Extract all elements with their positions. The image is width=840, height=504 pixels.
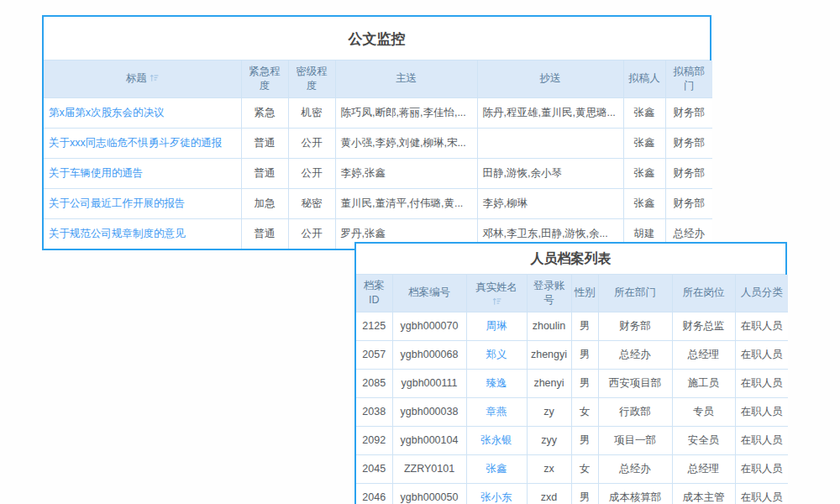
doc-col-header-draft-dept: 拟稿部门 [665, 60, 712, 97]
per-post-cell: 财务总监 [672, 312, 735, 340]
personnel-archive-panel: 人员档案列表 档案ID 档案编号 真实姓名 登录账号 性别 所在部门 所在岗位 … [354, 242, 787, 504]
table-row: 2046 ygbh000050 张小东 zxd 男 成本核算部 成本主管 在职人… [356, 483, 788, 504]
per-gender-cell: 男 [571, 340, 598, 369]
per-real-name-link[interactable]: 章燕 [486, 406, 507, 417]
table-row: 关于xxx同志临危不惧勇斗歹徒的通报 普通 公开 黄小强,李婷,刘健,柳琳,宋.… [44, 128, 712, 158]
per-col-header-category: 人员分类 [735, 275, 788, 312]
personnel-header-row: 档案ID 档案编号 真实姓名 登录账号 性别 所在部门 所在岗位 人员分类 [356, 275, 788, 312]
per-real-name-link[interactable]: 张小东 [480, 491, 512, 503]
per-col-real-name-label: 真实姓名 [475, 281, 517, 293]
doc-col-header-title[interactable]: 标题 [44, 60, 241, 97]
per-archive-no-cell: ygbh000038 [392, 397, 466, 426]
per-post-cell: 总经理 [672, 454, 735, 483]
per-dept-cell: 项目一部 [598, 426, 672, 454]
doc-dept-cell: 财务部 [665, 128, 712, 158]
sort-icon[interactable] [150, 73, 159, 82]
doc-title-link[interactable]: 关于xxx同志临危不惧勇斗歹徒的通报 [49, 137, 222, 149]
doc-drafter-cell: 张鑫 [623, 128, 665, 158]
per-dept-cell: 成本核算部 [598, 483, 672, 504]
table-row: 2045 ZZRY0101 张鑫 zx 女 总经办 总经理 在职人员 [356, 454, 788, 483]
per-category-cell: 在职人员 [735, 454, 788, 483]
per-archive-id-cell: 2057 [356, 340, 392, 369]
per-post-cell: 总经理 [672, 340, 735, 369]
per-col-header-dept: 所在部门 [598, 275, 672, 312]
per-dept-cell: 行政部 [598, 397, 672, 426]
doc-cc-cell: 田静,游恢,余小琴 [477, 158, 623, 188]
doc-dept-cell: 财务部 [665, 188, 712, 218]
per-archive-no-cell: ZZRY0101 [392, 454, 466, 483]
per-category-cell: 在职人员 [735, 483, 788, 504]
doc-cc-cell [477, 128, 623, 158]
per-category-cell: 在职人员 [735, 426, 788, 454]
per-login-cell: zyy [527, 426, 571, 454]
doc-urgency-cell: 紧急 [241, 97, 288, 128]
per-col-header-login: 登录账号 [527, 275, 571, 312]
doc-main-to-cell: 陈巧凤,断郎,蒋丽,李佳怡,... [335, 97, 477, 128]
per-archive-id-cell: 2125 [356, 312, 392, 340]
per-archive-id-cell: 2046 [356, 483, 392, 504]
per-col-header-archive-no: 档案编号 [392, 275, 466, 312]
document-monitor-table: 标题 紧急程度 密级程度 主送 抄送 拟稿人 拟稿部门 第x届第x次股东会的决议… [44, 60, 712, 249]
per-real-name-link[interactable]: 周琳 [486, 320, 507, 332]
table-row: 2057 ygbh000068 郑义 zhengyi 男 总经办 总经理 在职人… [356, 340, 788, 369]
doc-dept-cell: 财务部 [665, 97, 712, 128]
per-archive-no-cell: ygbh000104 [392, 426, 466, 454]
doc-col-header-drafter: 拟稿人 [623, 60, 665, 97]
doc-main-to-cell: 董川民,董清平,付伟璐,黄... [335, 188, 477, 218]
doc-cc-cell: 李婷,柳琳 [477, 188, 623, 218]
doc-title-link[interactable]: 关于车辆使用的通告 [49, 167, 144, 179]
per-gender-cell: 女 [571, 397, 598, 426]
personnel-archive-title: 人员档案列表 [356, 244, 785, 275]
doc-drafter-cell: 张鑫 [623, 97, 665, 128]
per-category-cell: 在职人员 [735, 369, 788, 397]
doc-dept-cell: 财务部 [665, 158, 712, 188]
table-row: 2092 ygbh000104 张永银 zyy 男 项目一部 安全员 在职人员 [356, 426, 788, 454]
doc-main-to-cell: 黄小强,李婷,刘健,柳琳,宋... [335, 128, 477, 158]
per-col-header-real-name[interactable]: 真实姓名 [466, 275, 527, 312]
doc-col-header-secrecy: 密级程度 [288, 60, 335, 97]
sort-icon[interactable] [470, 297, 524, 306]
doc-urgency-cell: 普通 [241, 218, 288, 249]
per-post-cell: 安全员 [672, 426, 735, 454]
per-dept-cell: 总经办 [598, 340, 672, 369]
per-archive-no-cell: ygbh000070 [392, 312, 466, 340]
doc-main-to-cell: 李婷,张鑫 [335, 158, 477, 188]
per-category-cell: 在职人员 [735, 397, 788, 426]
doc-secrecy-cell: 机密 [288, 97, 335, 128]
doc-title-link[interactable]: 关于规范公司规章制度的意见 [49, 228, 186, 239]
doc-secrecy-cell: 公开 [288, 158, 335, 188]
doc-secrecy-cell: 秘密 [288, 188, 335, 218]
per-login-cell: zhengyi [527, 340, 571, 369]
document-monitor-panel: 公文监控 标题 紧急程度 密级程度 主送 抄送 拟稿人 拟稿部门 第x届第x次股… [42, 15, 711, 250]
table-row: 2038 ygbh000038 章燕 zy 女 行政部 专员 在职人员 [356, 397, 788, 426]
per-login-cell: zxd [527, 483, 571, 504]
per-real-name-link[interactable]: 臻逸 [486, 377, 507, 389]
per-col-header-archive-id: 档案ID [356, 275, 392, 312]
per-archive-id-cell: 2045 [356, 454, 392, 483]
per-category-cell: 在职人员 [735, 340, 788, 369]
per-real-name-link[interactable]: 张永银 [480, 434, 512, 446]
doc-urgency-cell: 加急 [241, 188, 288, 218]
per-login-cell: zx [527, 454, 571, 483]
doc-col-header-cc: 抄送 [477, 60, 623, 97]
per-real-name-link[interactable]: 张鑫 [486, 463, 507, 475]
table-row: 2085 ygbh000111 臻逸 zhenyi 男 西安项目部 施工员 在职… [356, 369, 788, 397]
table-row: 第x届第x次股东会的决议 紧急 机密 陈巧凤,断郎,蒋丽,李佳怡,... 陈丹,… [44, 97, 712, 128]
doc-urgency-cell: 普通 [241, 128, 288, 158]
per-gender-cell: 男 [571, 426, 598, 454]
doc-title-link[interactable]: 关于公司最近工作开展的报告 [49, 197, 186, 209]
doc-urgency-cell: 普通 [241, 158, 288, 188]
table-row: 2125 ygbh000070 周琳 zhoulin 男 财务部 财务总监 在职… [356, 312, 788, 340]
doc-cc-cell: 陈丹,程亚雄,董川民,黄思璐... [477, 97, 623, 128]
table-row: 关于车辆使用的通告 普通 公开 李婷,张鑫 田静,游恢,余小琴 张鑫 财务部 [44, 158, 712, 188]
per-real-name-link[interactable]: 郑义 [486, 349, 507, 360]
per-category-cell: 在职人员 [735, 312, 788, 340]
doc-col-header-main-to: 主送 [335, 60, 477, 97]
per-post-cell: 成本主管 [672, 483, 735, 504]
per-login-cell: zhoulin [527, 312, 571, 340]
per-archive-no-cell: ygbh000068 [392, 340, 466, 369]
per-dept-cell: 财务部 [598, 312, 672, 340]
per-login-cell: zhenyi [527, 369, 571, 397]
doc-title-link[interactable]: 第x届第x次股东会的决议 [49, 107, 165, 118]
per-post-cell: 专员 [672, 397, 735, 426]
